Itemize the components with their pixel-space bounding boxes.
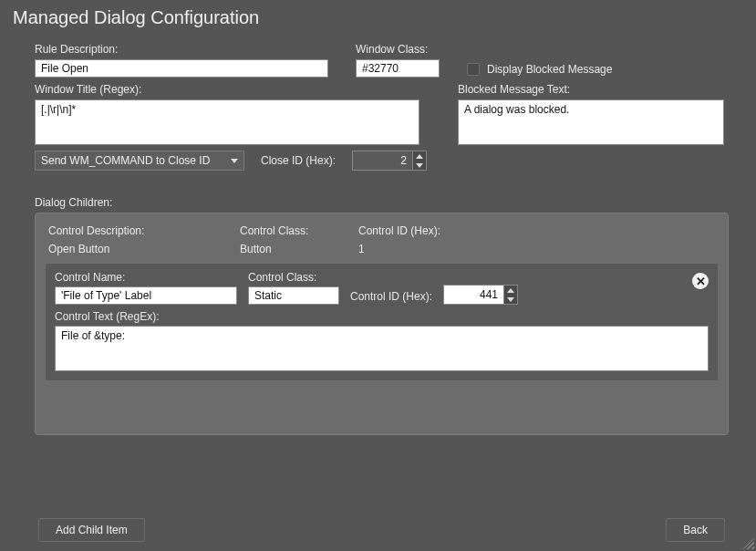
blocked-message-input[interactable]: [458, 99, 724, 145]
window-class-label: Window Class:: [356, 43, 440, 56]
rule-description-input[interactable]: [35, 59, 328, 78]
display-blocked-checkbox[interactable]: [467, 63, 480, 76]
close-id-spin-down[interactable]: [413, 161, 426, 170]
header-desc: Control Description:: [48, 224, 240, 237]
control-id-input[interactable]: [444, 286, 503, 304]
close-id-label: Close ID (Hex):: [261, 154, 336, 167]
header-class: Control Class:: [240, 224, 358, 237]
dialog-children-panel: Control Description: Control Class: Cont…: [35, 213, 729, 435]
control-text-input[interactable]: [55, 326, 709, 371]
control-id-spin-down[interactable]: [504, 295, 517, 304]
header-id: Control ID (Hex):: [358, 224, 715, 237]
display-blocked-label: Display Blocked Message: [487, 63, 612, 76]
dialog-children-row[interactable]: Open Button Button 1: [45, 241, 719, 263]
rule-description-label: Rule Description:: [35, 43, 328, 56]
row-desc: Open Button: [48, 243, 240, 255]
row-id: 1: [358, 243, 715, 255]
control-id-form-label: Control ID (Hex):: [350, 290, 432, 303]
control-class-form-label: Control Class:: [248, 271, 339, 284]
blocked-message-label: Blocked Message Text:: [458, 83, 729, 96]
dialog-children-header: Control Description: Control Class: Cont…: [45, 221, 719, 241]
add-child-item-button[interactable]: Add Child Item: [38, 518, 145, 542]
control-name-input[interactable]: [55, 286, 237, 305]
chevron-down-icon: [231, 159, 238, 163]
window-title-label: Window Title (Regex):: [35, 83, 419, 96]
window-title-input[interactable]: [35, 99, 419, 145]
child-form: ✕ Control Name: Control Class: Control I…: [45, 263, 719, 381]
close-action-select[interactable]: Send WM_COMMAND to Close ID: [35, 151, 244, 171]
dialog-children-label: Dialog Children:: [35, 196, 729, 209]
page-title: Managed Dialog Configuration: [0, 0, 756, 36]
window-class-input[interactable]: [356, 59, 440, 78]
close-id-input[interactable]: [353, 151, 412, 170]
control-name-label: Control Name:: [55, 271, 237, 284]
control-text-label: Control Text (RegEx):: [55, 310, 709, 323]
close-icon[interactable]: ✕: [692, 273, 709, 289]
control-class-input[interactable]: [248, 286, 339, 305]
row-class: Button: [240, 243, 358, 255]
control-id-spin-up[interactable]: [504, 286, 517, 295]
back-button[interactable]: Back: [666, 518, 725, 542]
resize-grip-icon[interactable]: [740, 535, 754, 549]
close-action-value: Send WM_COMMAND to Close ID: [41, 154, 210, 167]
close-id-spin-up[interactable]: [413, 151, 426, 161]
